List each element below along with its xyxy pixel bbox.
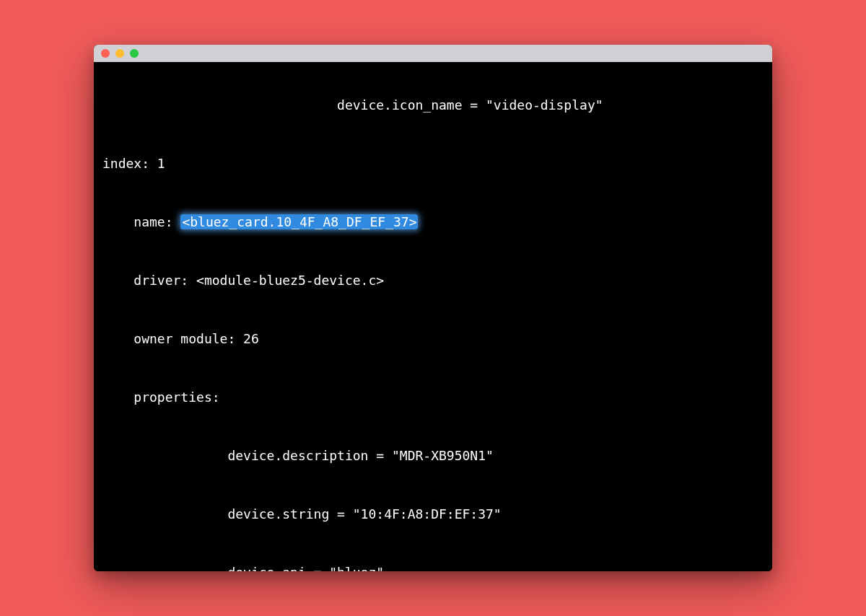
window-titlebar[interactable] xyxy=(94,45,772,62)
highlighted-name-value[interactable]: <bluez_card.10_4F_A8_DF_EF_37> xyxy=(180,214,418,229)
name-label: name: xyxy=(134,214,180,229)
terminal-line: device.icon_name = "video-display" xyxy=(102,95,772,115)
terminal-line-driver: driver: <module-bluez5-device.c> xyxy=(102,270,772,290)
terminal-line: device.description = "MDR-XB950N1" xyxy=(102,446,772,465)
terminal-line-index: index: 1 xyxy=(102,154,772,173)
minimize-icon[interactable] xyxy=(115,49,124,58)
terminal-line-name: name: <bluez_card.10_4F_A8_DF_EF_37> xyxy=(102,212,772,232)
terminal-window: device.icon_name = "video-display" index… xyxy=(94,45,772,571)
terminal-content[interactable]: device.icon_name = "video-display" index… xyxy=(94,62,772,571)
terminal-line-owner: owner module: 26 xyxy=(102,329,772,348)
maximize-icon[interactable] xyxy=(130,49,139,58)
close-icon[interactable] xyxy=(101,49,110,58)
terminal-line-properties-label: properties: xyxy=(102,387,772,407)
terminal-line: device.string = "10:4F:A8:DF:EF:37" xyxy=(102,504,772,524)
terminal-line: device.api = "bluez" xyxy=(102,563,772,571)
